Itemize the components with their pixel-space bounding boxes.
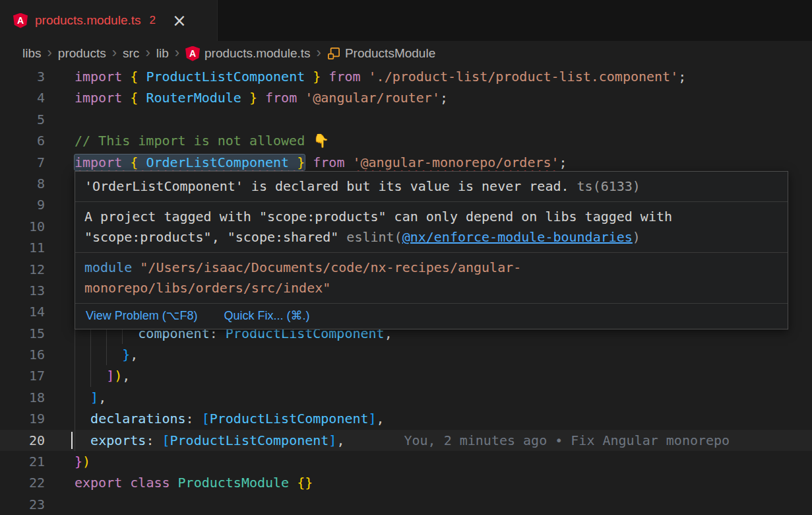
code-token: A project tagged with "scope:products" c… — [84, 209, 672, 224]
code-line-17[interactable]: 17 ]), — [0, 365, 812, 386]
line-number[interactable]: 7 — [0, 152, 45, 173]
git-blame-annotation: You, 2 minutes ago • Fix Angular monorep… — [404, 432, 730, 448]
hover-section-3: module "/Users/isaac/Documents/code/nx-r… — [75, 253, 788, 304]
code-token: ; — [440, 90, 448, 106]
line-number[interactable]: 14 — [0, 301, 45, 322]
indent-guide — [90, 365, 91, 386]
view-problem-action[interactable]: View Problem (⌥F8) — [86, 308, 197, 323]
code-token: ) — [114, 368, 122, 384]
code-line-4[interactable]: 4import { RouterModule } from '@angular/… — [0, 87, 812, 108]
code-token — [321, 69, 328, 85]
line-number[interactable]: 19 — [0, 408, 45, 429]
code-line-21[interactable]: 21}) — [0, 451, 812, 472]
line-number[interactable]: 20 — [0, 430, 45, 451]
code-token: export — [75, 475, 130, 491]
code-line-5[interactable]: 5 — [0, 109, 812, 130]
line-number[interactable]: 10 — [0, 216, 45, 237]
line-number[interactable]: 4 — [0, 87, 45, 108]
code-token: "/Users/isaac/Documents/code/nx-recipes/… — [140, 259, 521, 275]
code-token: } — [313, 69, 321, 85]
code-text: }) — [75, 451, 812, 472]
code-line-20[interactable]: 20 exports: [ProductListComponent],You, … — [0, 430, 812, 451]
code-token: '@angular-monorepo/orders' — [353, 154, 559, 170]
line-number[interactable]: 12 — [0, 259, 45, 280]
code-token: from — [313, 154, 352, 170]
code-text: import { OrderListComponent } from '@ang… — [75, 152, 812, 173]
code-text: exports: [ProductListComponent],You, 2 m… — [75, 430, 812, 451]
breadcrumb-item-products[interactable]: products — [58, 46, 106, 61]
line-number[interactable]: 21 — [0, 451, 45, 472]
code-token: ] — [90, 390, 98, 405]
code-token: {} — [297, 475, 313, 491]
line-number[interactable]: 22 — [0, 472, 45, 493]
close-icon[interactable]: × — [172, 12, 187, 29]
code-token — [305, 69, 313, 85]
code-line-7[interactable]: 7import { OrderListComponent } from '@an… — [0, 152, 812, 173]
code-token: declarations — [90, 411, 186, 427]
code-token: { — [130, 69, 146, 85]
tab-products-module-ts[interactable]: A products.module.ts 2 × — [0, 0, 218, 41]
line-number[interactable]: 18 — [0, 387, 45, 408]
code-text: }, — [75, 344, 812, 365]
code-token: import — [75, 154, 130, 170]
indent-guide — [75, 408, 75, 429]
code-token: ] — [106, 368, 114, 384]
eslint-rule-link[interactable]: @nx/enforce-module-boundaries — [402, 229, 633, 245]
indent-guide — [75, 387, 75, 408]
code-line-23[interactable]: 23 — [0, 494, 812, 515]
line-number[interactable]: 11 — [0, 237, 45, 258]
code-line-22[interactable]: 22export class ProductsModule {} — [0, 472, 812, 493]
code-text: export class ProductsModule {} — [75, 472, 812, 493]
line-number[interactable]: 15 — [0, 323, 45, 344]
line-number[interactable]: 5 — [0, 109, 45, 130]
line-number[interactable]: 17 — [0, 365, 45, 386]
code-token: : — [186, 411, 202, 427]
code-token: '@angular/router' — [305, 90, 440, 106]
code-token: eslint( — [346, 229, 402, 245]
hover-section-2: A project tagged with "scope:products" c… — [75, 202, 788, 253]
line-number[interactable]: 9 — [0, 194, 45, 215]
hover-section-1: 'OrderListComponent' is declared but its… — [75, 172, 788, 202]
editor-pane: 3import { ProductListComponent } from '.… — [0, 66, 812, 515]
angular-icon-letter: A — [189, 49, 196, 58]
hover-text-line: A project tagged with "scope:products" c… — [84, 207, 778, 227]
breadcrumb-item-libs[interactable]: libs — [22, 46, 42, 61]
hover-text-line: 'OrderListComponent' is declared but its… — [84, 176, 778, 197]
breadcrumb-item-products-module-ts[interactable]: Aproducts.module.ts — [185, 46, 311, 61]
code-token: import — [75, 69, 130, 85]
breadcrumb-item-lib[interactable]: lib — [156, 46, 169, 61]
code-line-16[interactable]: 16 }, — [0, 344, 812, 365]
code-token — [75, 347, 122, 362]
angular-icon: A — [185, 46, 200, 61]
code-token: { — [130, 154, 146, 170]
breadcrumb-label: ProductsModule — [345, 46, 435, 61]
code-token — [75, 432, 90, 448]
code-line-3[interactable]: 3import { ProductListComponent } from '.… — [0, 66, 812, 87]
code-token: , — [336, 432, 344, 448]
breadcrumb-item-src[interactable]: src — [123, 46, 139, 61]
line-number[interactable]: 16 — [0, 344, 45, 365]
code-token: './product-list/product-list.component' — [369, 69, 679, 85]
breadcrumb-item-productsmodule[interactable]: ProductsModule — [327, 46, 435, 61]
code-text: declarations: [ProductListComponent], — [75, 408, 812, 429]
code-token: ; — [559, 154, 567, 170]
line-number[interactable]: 23 — [0, 494, 45, 515]
angular-icon-letter: A — [17, 16, 24, 25]
code-token — [289, 475, 297, 491]
indent-guide — [106, 344, 107, 365]
code-line-18[interactable]: 18 ], — [0, 387, 812, 408]
code-line-6[interactable]: 6// This import is not allowed 👇 — [0, 130, 812, 151]
code-token: ProductsModule — [178, 475, 290, 491]
code-token: exports — [90, 432, 146, 448]
line-number[interactable]: 8 — [0, 173, 45, 194]
code-token: [ — [162, 432, 170, 448]
line-number[interactable]: 13 — [0, 280, 45, 301]
chevron-right-icon: › — [175, 46, 179, 62]
code-token: module — [84, 259, 140, 275]
indent-guide — [75, 430, 75, 451]
line-number[interactable]: 6 — [0, 130, 45, 151]
line-number[interactable]: 3 — [0, 66, 45, 87]
quick-fix-action[interactable]: Quick Fix... (⌘.) — [224, 308, 309, 323]
code-line-19[interactable]: 19 declarations: [ProductListComponent], — [0, 408, 812, 429]
code-token: ProductListComponent — [146, 69, 305, 85]
